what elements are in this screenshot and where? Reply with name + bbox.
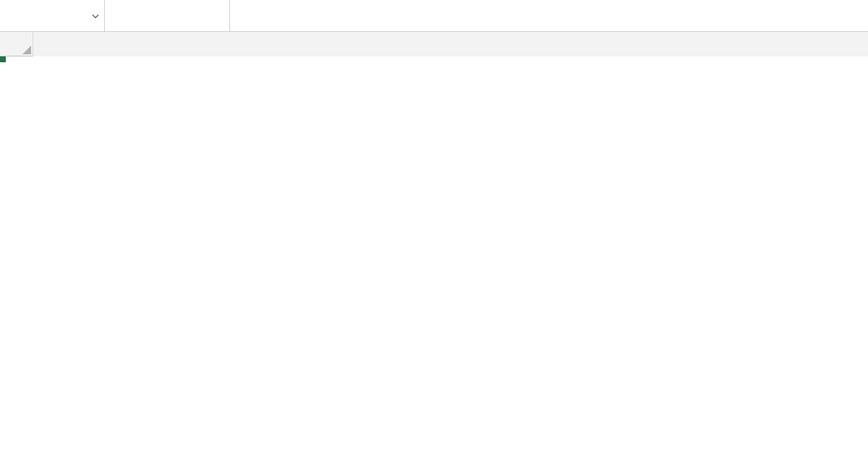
chevron-down-icon [91, 7, 100, 24]
select-all-triangle-icon [22, 46, 31, 54]
cancel-icon[interactable] [142, 6, 163, 26]
formula-bar-row [0, 0, 868, 32]
fill-handle[interactable] [0, 56, 6, 62]
column-headers [0, 32, 868, 56]
select-all-corner[interactable] [0, 32, 33, 56]
excel-window [0, 0, 868, 456]
name-box[interactable] [0, 0, 105, 31]
accept-icon[interactable] [171, 6, 192, 26]
formula-input[interactable] [230, 0, 868, 31]
fx-icon[interactable] [200, 6, 221, 26]
formula-bar-buttons [105, 0, 229, 31]
more-icon[interactable] [114, 6, 134, 26]
